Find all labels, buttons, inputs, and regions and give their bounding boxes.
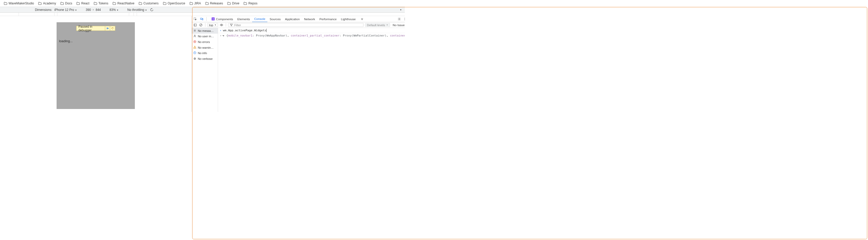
svg-rect-4 bbox=[200, 18, 202, 19]
folder-icon bbox=[205, 2, 209, 5]
svg-marker-1 bbox=[107, 27, 108, 29]
more-tabs-icon[interactable] bbox=[360, 17, 364, 21]
bookmark-opensource[interactable]: OpenSource bbox=[163, 2, 185, 5]
main-split: Paused in debugger loading... Components… bbox=[0, 16, 405, 112]
debugger-paused-label: Paused in debugger bbox=[76, 25, 105, 32]
device-name-select[interactable]: iPhone 12 Pro bbox=[54, 8, 77, 12]
device-toolbar: Dimensions: iPhone 12 Pro 390 × 844 83% … bbox=[0, 7, 405, 13]
bookmark-label: Customers bbox=[144, 2, 159, 5]
viewport-width-input[interactable]: 390 bbox=[86, 8, 91, 12]
bug-icon bbox=[193, 57, 196, 60]
svg-point-14 bbox=[221, 25, 222, 25]
devtools-tabbar: ComponentsElementsConsoleSourcesApplicat… bbox=[192, 16, 405, 22]
warn-icon bbox=[193, 46, 196, 49]
console-input-text: wm.App.activePage.Widgets bbox=[223, 29, 266, 32]
bookmark-jira[interactable]: JIRA bbox=[189, 2, 201, 5]
info-icon bbox=[193, 51, 196, 55]
folder-icon bbox=[243, 2, 247, 5]
zoom-select[interactable]: 83% bbox=[110, 8, 119, 12]
execution-context-select[interactable]: top bbox=[208, 23, 218, 27]
clear-console-icon[interactable] bbox=[199, 23, 203, 27]
tab-lighthouse[interactable]: Lighthouse bbox=[339, 16, 358, 22]
bookmark-label: JIRA bbox=[194, 2, 201, 5]
sidebar-info[interactable]: No info bbox=[192, 50, 218, 56]
bookmark-react[interactable]: React bbox=[76, 2, 89, 5]
page-loading-text: loading... bbox=[59, 39, 72, 43]
console-sidebar: No messa…No user m…No errorsNo warnin…No… bbox=[192, 28, 218, 112]
console-output[interactable]: › wm.App.activePage.Widgets ‹· ▸ {mobile… bbox=[218, 28, 405, 112]
step-over-button[interactable] bbox=[110, 26, 115, 31]
settings-icon[interactable] bbox=[397, 17, 401, 21]
list-icon bbox=[193, 29, 196, 33]
svg-point-6 bbox=[399, 18, 400, 19]
tab-label: Application bbox=[285, 17, 300, 21]
bookmark-wavemakerstudio[interactable]: WaveMakerStudio bbox=[4, 2, 34, 5]
tab-elements[interactable]: Elements bbox=[235, 16, 252, 22]
folder-icon bbox=[94, 2, 97, 5]
issues-label: No Issues bbox=[393, 23, 405, 27]
svg-rect-10 bbox=[194, 24, 196, 26]
svg-point-27 bbox=[195, 52, 195, 53]
inspect-icon[interactable] bbox=[193, 17, 197, 21]
user-icon bbox=[193, 34, 196, 38]
tab-label: Components bbox=[216, 17, 233, 21]
tab-application[interactable]: Application bbox=[283, 16, 302, 22]
sidebar-item-label: No user m… bbox=[198, 35, 214, 38]
live-expression-icon[interactable] bbox=[220, 23, 224, 27]
issues-button[interactable]: No Issues bbox=[392, 23, 405, 27]
bookmark-reactnative[interactable]: ReactNative bbox=[113, 2, 134, 5]
bookmark-label: Drive bbox=[232, 2, 239, 5]
devtools-panel: ComponentsElementsConsoleSourcesApplicat… bbox=[191, 16, 405, 112]
viewport-height-input[interactable]: 844 bbox=[96, 8, 101, 12]
tab-performance[interactable]: Performance bbox=[317, 16, 339, 22]
console-result-text: ▸ {mobile_navbar1: Proxy(WmAppNavbar), c… bbox=[223, 34, 405, 37]
svg-point-19 bbox=[194, 35, 195, 36]
bookmark-releases[interactable]: Releases bbox=[205, 2, 223, 5]
sidebar-item-label: No info bbox=[198, 52, 207, 55]
resume-button[interactable] bbox=[105, 26, 110, 31]
bookmark-drive[interactable]: Drive bbox=[227, 2, 239, 5]
sidebar-warn[interactable]: No warnin… bbox=[192, 45, 218, 51]
execution-context-label: top bbox=[209, 23, 213, 27]
tab-network[interactable]: Network bbox=[302, 16, 317, 22]
debugger-paused-banner: Paused in debugger bbox=[76, 26, 116, 31]
sidebar-list[interactable]: No messa… bbox=[192, 28, 218, 34]
sidebar-item-label: No messa… bbox=[198, 29, 214, 32]
folder-icon bbox=[4, 2, 7, 5]
kebab-menu-icon[interactable] bbox=[403, 17, 405, 21]
sidebar-bug[interactable]: No verbose bbox=[192, 56, 218, 62]
tab-sources[interactable]: Sources bbox=[268, 16, 283, 22]
console-result-line[interactable]: ‹· ▸ {mobile_navbar1: Proxy(WmAppNavbar)… bbox=[218, 33, 405, 38]
dimensions-label: Dimensions: bbox=[35, 8, 52, 12]
device-frame: Paused in debugger loading... bbox=[57, 22, 135, 109]
bookmark-tokens[interactable]: Tokens bbox=[94, 2, 108, 5]
console-body: No messa…No user m…No errorsNo warnin…No… bbox=[192, 28, 405, 112]
bookmark-label: Repos bbox=[248, 2, 257, 5]
bookmark-label: React bbox=[81, 2, 89, 5]
folder-icon bbox=[60, 2, 64, 5]
device-toggle-icon[interactable] bbox=[199, 17, 204, 21]
console-input-line[interactable]: › wm.App.activePage.Widgets bbox=[218, 28, 405, 33]
folder-icon bbox=[189, 2, 193, 5]
bookmark-label: OpenSource bbox=[168, 2, 185, 5]
sidebar-error[interactable]: No errors bbox=[192, 39, 218, 45]
device-toolbar-more[interactable]: ▼ bbox=[400, 8, 402, 11]
tab-label: Lighthouse bbox=[341, 17, 356, 21]
bookmark-repos[interactable]: Repos bbox=[243, 2, 257, 5]
sidebar-user[interactable]: No user m… bbox=[192, 34, 218, 39]
bookmark-customers[interactable]: Customers bbox=[138, 2, 159, 5]
throttling-select[interactable]: No throttling bbox=[127, 8, 147, 12]
tab-label: Network bbox=[304, 17, 315, 21]
bookmark-docs[interactable]: Docs bbox=[60, 2, 72, 5]
tab-console[interactable]: Console bbox=[252, 16, 268, 22]
rotate-icon[interactable] bbox=[150, 8, 153, 12]
console-filter-input[interactable]: Filter bbox=[228, 23, 364, 27]
bookmark-academy[interactable]: Academy bbox=[38, 2, 56, 5]
folder-icon bbox=[38, 2, 42, 5]
console-filter-placeholder: Filter bbox=[234, 23, 241, 27]
tab-components[interactable]: Components bbox=[210, 16, 235, 22]
console-sidebar-toggle-icon[interactable] bbox=[193, 23, 197, 27]
log-levels-select[interactable]: Default levels bbox=[365, 23, 390, 27]
tab-label: Performance bbox=[319, 17, 337, 21]
bookmark-label: Tokens bbox=[98, 2, 108, 5]
